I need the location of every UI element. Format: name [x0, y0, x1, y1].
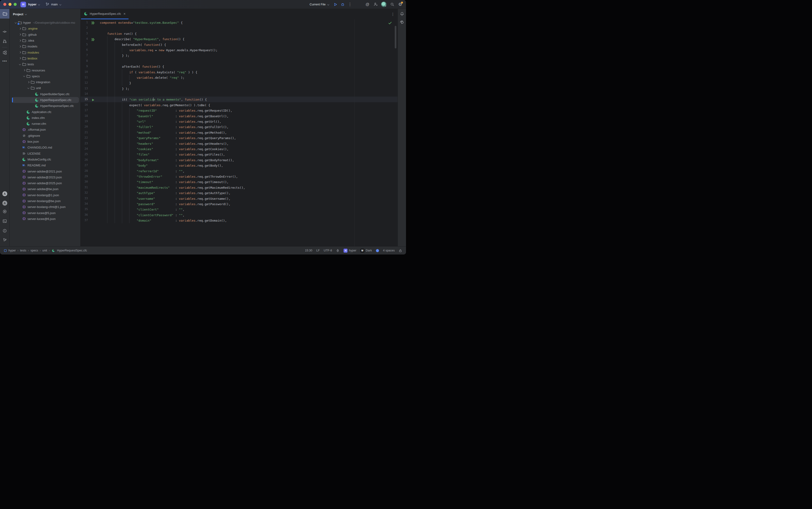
- code-line-23[interactable]: 23 "headers" : variables.req.getHeaders(…: [80, 141, 397, 146]
- code-line-18[interactable]: 18 "baseUrl" : variables.req.getBaseUrl(…: [80, 113, 397, 119]
- tree-item-HyperRequestSpec.cfc[interactable]: HyperRequestSpec.cfc: [10, 97, 80, 103]
- sidebar-item-ortus-a[interactable]: A: [0, 191, 9, 196]
- line-number[interactable]: 18: [80, 113, 88, 119]
- debug-icon[interactable]: [341, 2, 345, 6]
- status-dot[interactable]: [376, 249, 379, 252]
- line-number[interactable]: 24: [80, 146, 88, 151]
- line-number[interactable]: 21: [80, 130, 88, 135]
- tree-item-server-lucee@5.json[interactable]: {}server-lucee@5.json: [10, 210, 80, 216]
- project-switcher[interactable]: hyper: [28, 3, 36, 6]
- line-number[interactable]: 6: [80, 47, 88, 53]
- run-icon[interactable]: [333, 3, 338, 6]
- tree-item-.github[interactable]: .github: [10, 32, 80, 38]
- line-number[interactable]: 19: [80, 119, 88, 124]
- line-number[interactable]: 33: [80, 196, 88, 201]
- code-line-8[interactable]: 8: [80, 58, 397, 64]
- code-line-29[interactable]: 29 "throwOnError" : variables.req.getThr…: [80, 174, 397, 179]
- tab-hyperrequestspec[interactable]: HyperRequestSpec.cfc ✕: [81, 9, 129, 19]
- search-icon[interactable]: [390, 2, 394, 6]
- line-number[interactable]: 37: [80, 217, 88, 223]
- sidebar-item-ortus-a-2[interactable]: A: [0, 201, 9, 206]
- line-number[interactable]: 4: [80, 36, 88, 42]
- tree-item-box.json[interactable]: {}box.json: [10, 139, 80, 144]
- code-line-27[interactable]: 27 "body" : variables.req.getBody(),: [80, 163, 397, 168]
- chevron-right-icon[interactable]: [27, 80, 30, 84]
- code-line-34[interactable]: 34 "password" : variables.req.getPasswor…: [80, 201, 397, 207]
- code-line-6[interactable]: 6 variables.req = new Hyper.models.Hyper…: [80, 47, 397, 53]
- line-number[interactable]: 10: [80, 69, 88, 75]
- breadcrumb-tests[interactable]: tests: [20, 249, 26, 252]
- tree-item-CHANGELOG.md[interactable]: M↓CHANGELOG.md: [10, 144, 80, 150]
- chevron-down-icon[interactable]: [14, 21, 17, 25]
- unlock-icon[interactable]: [399, 249, 402, 252]
- line-number[interactable]: 14: [80, 91, 88, 97]
- code-line-30[interactable]: 30 "timeout" : variables.req.getTimeout(…: [80, 179, 397, 184]
- code-line-25[interactable]: 25 "files" : variables.req.getFiles(),: [80, 151, 397, 157]
- tree-item-integration[interactable]: integration: [10, 79, 80, 85]
- line-number[interactable]: 2: [80, 25, 88, 31]
- chevron-down-icon[interactable]: [27, 86, 30, 90]
- tree-item-.engine[interactable]: .engine: [10, 26, 80, 32]
- code-line-4[interactable]: 4 describe( "HyperRequest", function() {: [80, 36, 397, 42]
- tree-item-testbox[interactable]: testbox: [10, 56, 80, 61]
- tree-item-modules[interactable]: modules: [10, 49, 80, 55]
- sidebar-item-structure[interactable]: [0, 50, 9, 55]
- chevron-right-icon[interactable]: [18, 50, 22, 54]
- minimize-button[interactable]: [8, 3, 11, 6]
- tree-item-.gitignore[interactable]: ⊘.gitignore: [10, 133, 80, 139]
- tree-item-server-boxlang@1.json[interactable]: {}server-boxlang@1.json: [10, 192, 80, 198]
- code-line-14[interactable]: 14: [80, 91, 397, 97]
- code-line-37[interactable]: 37 "domain" : variables.req.getDomain(),: [80, 217, 397, 223]
- tree-item-server-lucee@6.json[interactable]: {}server-lucee@6.json: [10, 216, 80, 222]
- line-number[interactable]: 27: [80, 163, 88, 168]
- caret-position-widget[interactable]: 15:30: [305, 249, 312, 252]
- line-number[interactable]: 1: [80, 20, 88, 25]
- tree-item-server-adobe@2021.json[interactable]: {}server-adobe@2021.json: [10, 168, 80, 174]
- breadcrumb-unit[interactable]: unit: [42, 249, 47, 252]
- line-number[interactable]: 29: [80, 174, 88, 179]
- code-line-20[interactable]: 20 "fullUrl" : variables.req.getFullUrl(…: [80, 124, 397, 130]
- code-line-2[interactable]: 2: [80, 25, 397, 31]
- code-line-17[interactable]: 17 "requestID" : variables.req.getReques…: [80, 108, 397, 113]
- notifications-icon[interactable]: [398, 12, 406, 16]
- sidebar-item-commit[interactable]: [0, 30, 9, 34]
- code-line-35[interactable]: 35 "clientCert" : "",: [80, 207, 397, 212]
- chevron-down-icon[interactable]: [25, 13, 27, 15]
- line-number[interactable]: 22: [80, 135, 88, 140]
- avatar[interactable]: [381, 2, 387, 7]
- line-number[interactable]: 9: [80, 64, 88, 69]
- code-line-36[interactable]: 36 "clientCertPassword" : "",: [80, 212, 397, 217]
- project-panel-header[interactable]: Project: [10, 9, 80, 19]
- code-line-31[interactable]: 31 "maximumRedirects" : variables.req.ge…: [80, 185, 397, 190]
- tree-item-server-boxlang-cfml@1.json[interactable]: {}server-boxlang-cfml@1.json: [10, 204, 80, 210]
- sidebar-item-pull-requests[interactable]: [0, 39, 9, 43]
- ai-chat-icon[interactable]: [398, 20, 406, 25]
- zoom-button[interactable]: [13, 3, 17, 6]
- settings-icon[interactable]: ⚙: [398, 2, 402, 7]
- code-line-26[interactable]: 26 "bodyFormat" : variables.req.getBodyF…: [80, 157, 397, 163]
- indent-widget[interactable]: 4 spaces: [383, 249, 395, 252]
- chevron-down-icon[interactable]: [38, 3, 40, 6]
- line-number[interactable]: 16: [80, 102, 88, 108]
- chevron-right-icon[interactable]: [18, 45, 22, 48]
- line-ending-widget[interactable]: LF: [316, 249, 320, 252]
- line-number[interactable]: 17: [80, 108, 88, 113]
- line-number[interactable]: 30: [80, 179, 88, 184]
- breadcrumb-specs[interactable]: specs: [31, 249, 38, 252]
- chevron-right-icon[interactable]: [22, 68, 26, 72]
- chevron-down-icon[interactable]: [327, 3, 329, 6]
- code-line-13[interactable]: 13 } );: [80, 86, 397, 91]
- code-line-32[interactable]: 32 "authType" : variables.req.getAuthTyp…: [80, 190, 397, 196]
- line-number[interactable]: 23: [80, 141, 88, 146]
- tree-item-Application.cfc[interactable]: Application.cfc: [10, 109, 80, 115]
- line-number[interactable]: 7: [80, 53, 88, 58]
- tree-widget-icon[interactable]: [336, 249, 340, 252]
- code-line-15[interactable]: 15 it( "can serialize to a memento", fun…: [80, 97, 397, 102]
- encoding-widget[interactable]: UTF-8: [324, 249, 332, 252]
- tree-item-ModuleConfig.cfc[interactable]: ModuleConfig.cfc: [10, 157, 80, 162]
- server-widget[interactable]: H hyper: [344, 249, 356, 252]
- sidebar-item-more[interactable]: •••: [0, 59, 9, 63]
- line-number[interactable]: 36: [80, 212, 88, 217]
- line-number[interactable]: 26: [80, 157, 88, 163]
- run-all-tests-icon[interactable]: [91, 36, 96, 42]
